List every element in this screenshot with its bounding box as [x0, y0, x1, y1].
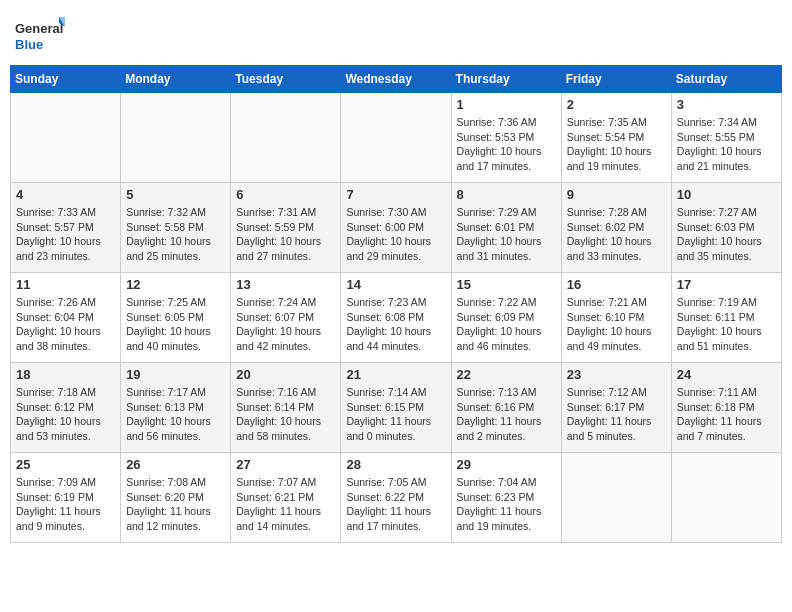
day-number: 17 [677, 277, 776, 292]
day-number: 2 [567, 97, 666, 112]
day-number: 15 [457, 277, 556, 292]
day-number: 24 [677, 367, 776, 382]
cell-week3-day2: 13Sunrise: 7:24 AM Sunset: 6:07 PM Dayli… [231, 273, 341, 363]
cell-week4-day3: 21Sunrise: 7:14 AM Sunset: 6:15 PM Dayli… [341, 363, 451, 453]
logo-icon: General Blue [15, 15, 65, 57]
day-info: Sunrise: 7:32 AM Sunset: 5:58 PM Dayligh… [126, 205, 225, 264]
cell-week1-day3 [341, 93, 451, 183]
day-info: Sunrise: 7:18 AM Sunset: 6:12 PM Dayligh… [16, 385, 115, 444]
cell-week4-day2: 20Sunrise: 7:16 AM Sunset: 6:14 PM Dayli… [231, 363, 341, 453]
day-info: Sunrise: 7:24 AM Sunset: 6:07 PM Dayligh… [236, 295, 335, 354]
day-number: 25 [16, 457, 115, 472]
logo: General Blue [15, 15, 65, 57]
header-tuesday: Tuesday [231, 66, 341, 93]
svg-text:General: General [15, 21, 63, 36]
cell-week1-day4: 1Sunrise: 7:36 AM Sunset: 5:53 PM Daylig… [451, 93, 561, 183]
day-info: Sunrise: 7:09 AM Sunset: 6:19 PM Dayligh… [16, 475, 115, 534]
cell-week2-day1: 5Sunrise: 7:32 AM Sunset: 5:58 PM Daylig… [121, 183, 231, 273]
day-info: Sunrise: 7:08 AM Sunset: 6:20 PM Dayligh… [126, 475, 225, 534]
cell-week3-day5: 16Sunrise: 7:21 AM Sunset: 6:10 PM Dayli… [561, 273, 671, 363]
day-info: Sunrise: 7:29 AM Sunset: 6:01 PM Dayligh… [457, 205, 556, 264]
cell-week4-day6: 24Sunrise: 7:11 AM Sunset: 6:18 PM Dayli… [671, 363, 781, 453]
cell-week5-day5 [561, 453, 671, 543]
cell-week1-day5: 2Sunrise: 7:35 AM Sunset: 5:54 PM Daylig… [561, 93, 671, 183]
cell-week1-day1 [121, 93, 231, 183]
day-info: Sunrise: 7:31 AM Sunset: 5:59 PM Dayligh… [236, 205, 335, 264]
day-info: Sunrise: 7:36 AM Sunset: 5:53 PM Dayligh… [457, 115, 556, 174]
page-header: General Blue [10, 10, 782, 57]
cell-week4-day0: 18Sunrise: 7:18 AM Sunset: 6:12 PM Dayli… [11, 363, 121, 453]
day-number: 13 [236, 277, 335, 292]
cell-week3-day6: 17Sunrise: 7:19 AM Sunset: 6:11 PM Dayli… [671, 273, 781, 363]
day-number: 14 [346, 277, 445, 292]
day-number: 18 [16, 367, 115, 382]
day-number: 27 [236, 457, 335, 472]
day-number: 19 [126, 367, 225, 382]
cell-week1-day0 [11, 93, 121, 183]
day-number: 11 [16, 277, 115, 292]
day-number: 20 [236, 367, 335, 382]
header-thursday: Thursday [451, 66, 561, 93]
cell-week5-day4: 29Sunrise: 7:04 AM Sunset: 6:23 PM Dayli… [451, 453, 561, 543]
day-info: Sunrise: 7:05 AM Sunset: 6:22 PM Dayligh… [346, 475, 445, 534]
cell-week2-day0: 4Sunrise: 7:33 AM Sunset: 5:57 PM Daylig… [11, 183, 121, 273]
cell-week5-day2: 27Sunrise: 7:07 AM Sunset: 6:21 PM Dayli… [231, 453, 341, 543]
day-info: Sunrise: 7:28 AM Sunset: 6:02 PM Dayligh… [567, 205, 666, 264]
cell-week2-day5: 9Sunrise: 7:28 AM Sunset: 6:02 PM Daylig… [561, 183, 671, 273]
day-number: 1 [457, 97, 556, 112]
day-info: Sunrise: 7:17 AM Sunset: 6:13 PM Dayligh… [126, 385, 225, 444]
day-info: Sunrise: 7:33 AM Sunset: 5:57 PM Dayligh… [16, 205, 115, 264]
day-info: Sunrise: 7:23 AM Sunset: 6:08 PM Dayligh… [346, 295, 445, 354]
day-info: Sunrise: 7:04 AM Sunset: 6:23 PM Dayligh… [457, 475, 556, 534]
header-sunday: Sunday [11, 66, 121, 93]
day-number: 10 [677, 187, 776, 202]
day-info: Sunrise: 7:14 AM Sunset: 6:15 PM Dayligh… [346, 385, 445, 444]
day-info: Sunrise: 7:19 AM Sunset: 6:11 PM Dayligh… [677, 295, 776, 354]
day-number: 12 [126, 277, 225, 292]
cell-week1-day6: 3Sunrise: 7:34 AM Sunset: 5:55 PM Daylig… [671, 93, 781, 183]
day-number: 29 [457, 457, 556, 472]
cell-week2-day6: 10Sunrise: 7:27 AM Sunset: 6:03 PM Dayli… [671, 183, 781, 273]
cell-week1-day2 [231, 93, 341, 183]
cell-week3-day3: 14Sunrise: 7:23 AM Sunset: 6:08 PM Dayli… [341, 273, 451, 363]
day-number: 16 [567, 277, 666, 292]
cell-week3-day0: 11Sunrise: 7:26 AM Sunset: 6:04 PM Dayli… [11, 273, 121, 363]
day-info: Sunrise: 7:13 AM Sunset: 6:16 PM Dayligh… [457, 385, 556, 444]
day-number: 23 [567, 367, 666, 382]
cell-week2-day3: 7Sunrise: 7:30 AM Sunset: 6:00 PM Daylig… [341, 183, 451, 273]
cell-week4-day1: 19Sunrise: 7:17 AM Sunset: 6:13 PM Dayli… [121, 363, 231, 453]
day-info: Sunrise: 7:27 AM Sunset: 6:03 PM Dayligh… [677, 205, 776, 264]
day-info: Sunrise: 7:35 AM Sunset: 5:54 PM Dayligh… [567, 115, 666, 174]
calendar-table: SundayMondayTuesdayWednesdayThursdayFrid… [10, 65, 782, 543]
day-info: Sunrise: 7:16 AM Sunset: 6:14 PM Dayligh… [236, 385, 335, 444]
day-number: 8 [457, 187, 556, 202]
cell-week3-day1: 12Sunrise: 7:25 AM Sunset: 6:05 PM Dayli… [121, 273, 231, 363]
day-info: Sunrise: 7:22 AM Sunset: 6:09 PM Dayligh… [457, 295, 556, 354]
cell-week5-day0: 25Sunrise: 7:09 AM Sunset: 6:19 PM Dayli… [11, 453, 121, 543]
day-number: 28 [346, 457, 445, 472]
day-info: Sunrise: 7:11 AM Sunset: 6:18 PM Dayligh… [677, 385, 776, 444]
day-number: 3 [677, 97, 776, 112]
day-info: Sunrise: 7:12 AM Sunset: 6:17 PM Dayligh… [567, 385, 666, 444]
cell-week5-day6 [671, 453, 781, 543]
day-number: 26 [126, 457, 225, 472]
cell-week5-day3: 28Sunrise: 7:05 AM Sunset: 6:22 PM Dayli… [341, 453, 451, 543]
header-wednesday: Wednesday [341, 66, 451, 93]
cell-week2-day4: 8Sunrise: 7:29 AM Sunset: 6:01 PM Daylig… [451, 183, 561, 273]
header-friday: Friday [561, 66, 671, 93]
cell-week3-day4: 15Sunrise: 7:22 AM Sunset: 6:09 PM Dayli… [451, 273, 561, 363]
day-number: 22 [457, 367, 556, 382]
day-number: 6 [236, 187, 335, 202]
day-number: 21 [346, 367, 445, 382]
header-saturday: Saturday [671, 66, 781, 93]
cell-week5-day1: 26Sunrise: 7:08 AM Sunset: 6:20 PM Dayli… [121, 453, 231, 543]
header-monday: Monday [121, 66, 231, 93]
cell-week4-day4: 22Sunrise: 7:13 AM Sunset: 6:16 PM Dayli… [451, 363, 561, 453]
day-number: 7 [346, 187, 445, 202]
day-info: Sunrise: 7:07 AM Sunset: 6:21 PM Dayligh… [236, 475, 335, 534]
day-info: Sunrise: 7:21 AM Sunset: 6:10 PM Dayligh… [567, 295, 666, 354]
day-info: Sunrise: 7:25 AM Sunset: 6:05 PM Dayligh… [126, 295, 225, 354]
day-number: 9 [567, 187, 666, 202]
day-number: 4 [16, 187, 115, 202]
day-info: Sunrise: 7:26 AM Sunset: 6:04 PM Dayligh… [16, 295, 115, 354]
